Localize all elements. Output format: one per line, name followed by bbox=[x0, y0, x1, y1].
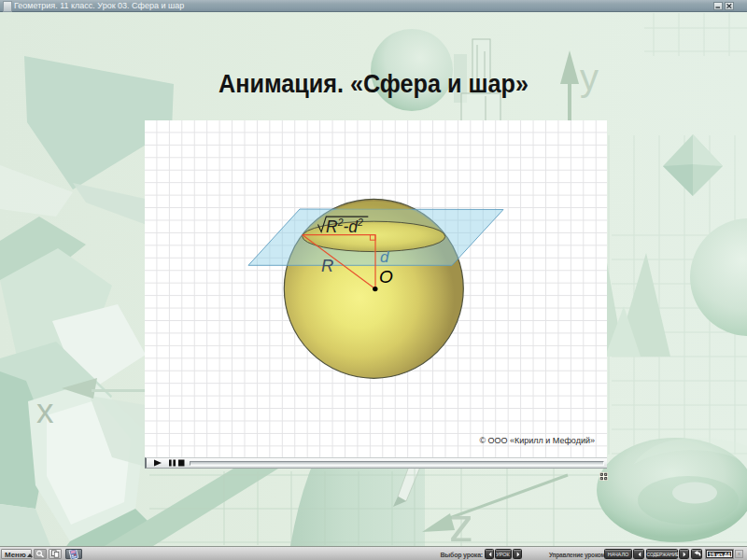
svg-text:x: x bbox=[36, 392, 54, 430]
svg-text:d: d bbox=[380, 248, 389, 266]
svg-text:R2-d2: R2-d2 bbox=[326, 217, 363, 236]
svg-text:R: R bbox=[321, 256, 333, 275]
svg-text:O: O bbox=[379, 267, 393, 287]
svg-text:z: z bbox=[449, 497, 473, 552]
